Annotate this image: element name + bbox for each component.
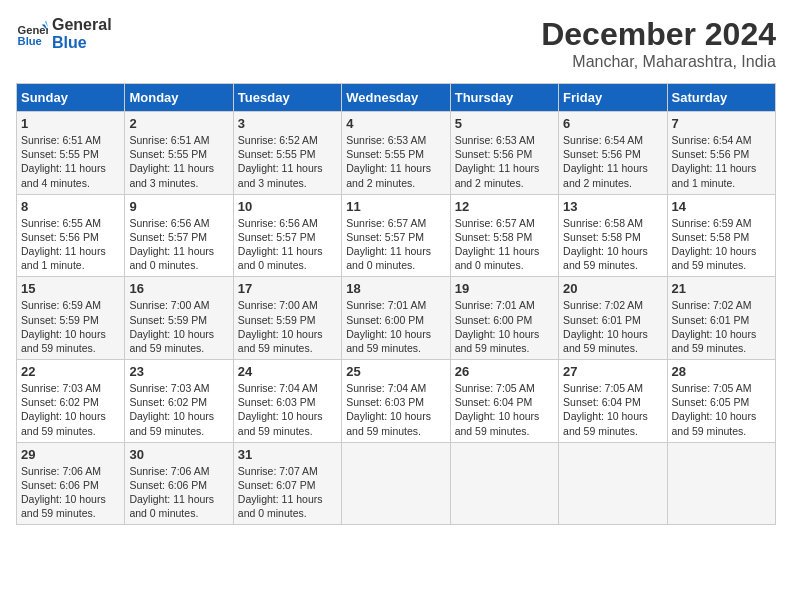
calendar-cell: 11Sunrise: 6:57 AMSunset: 5:57 PMDayligh… [342, 194, 450, 277]
day-info: Sunrise: 7:04 AMSunset: 6:03 PMDaylight:… [346, 381, 445, 438]
day-info: Sunrise: 6:54 AMSunset: 5:56 PMDaylight:… [563, 133, 662, 190]
week-row-4: 22Sunrise: 7:03 AMSunset: 6:02 PMDayligh… [17, 360, 776, 443]
day-info: Sunrise: 7:01 AMSunset: 6:00 PMDaylight:… [455, 298, 554, 355]
day-info: Sunrise: 7:03 AMSunset: 6:02 PMDaylight:… [129, 381, 228, 438]
day-info: Sunrise: 6:59 AMSunset: 5:58 PMDaylight:… [672, 216, 771, 273]
day-number: 29 [21, 447, 120, 462]
day-number: 4 [346, 116, 445, 131]
week-row-3: 15Sunrise: 6:59 AMSunset: 5:59 PMDayligh… [17, 277, 776, 360]
day-number: 24 [238, 364, 337, 379]
day-info: Sunrise: 7:01 AMSunset: 6:00 PMDaylight:… [346, 298, 445, 355]
day-number: 22 [21, 364, 120, 379]
calendar-cell: 19Sunrise: 7:01 AMSunset: 6:00 PMDayligh… [450, 277, 558, 360]
day-number: 9 [129, 199, 228, 214]
svg-text:Blue: Blue [18, 35, 42, 47]
day-number: 19 [455, 281, 554, 296]
calendar-cell: 21Sunrise: 7:02 AMSunset: 6:01 PMDayligh… [667, 277, 775, 360]
weekday-header-sunday: Sunday [17, 84, 125, 112]
calendar-cell: 30Sunrise: 7:06 AMSunset: 6:06 PMDayligh… [125, 442, 233, 525]
day-number: 25 [346, 364, 445, 379]
calendar-cell: 9Sunrise: 6:56 AMSunset: 5:57 PMDaylight… [125, 194, 233, 277]
calendar-cell: 23Sunrise: 7:03 AMSunset: 6:02 PMDayligh… [125, 360, 233, 443]
calendar-cell: 3Sunrise: 6:52 AMSunset: 5:55 PMDaylight… [233, 112, 341, 195]
day-info: Sunrise: 6:58 AMSunset: 5:58 PMDaylight:… [563, 216, 662, 273]
day-info: Sunrise: 6:51 AMSunset: 5:55 PMDaylight:… [129, 133, 228, 190]
day-info: Sunrise: 6:52 AMSunset: 5:55 PMDaylight:… [238, 133, 337, 190]
day-info: Sunrise: 7:05 AMSunset: 6:04 PMDaylight:… [563, 381, 662, 438]
calendar-cell: 24Sunrise: 7:04 AMSunset: 6:03 PMDayligh… [233, 360, 341, 443]
calendar-cell: 31Sunrise: 7:07 AMSunset: 6:07 PMDayligh… [233, 442, 341, 525]
day-number: 31 [238, 447, 337, 462]
weekday-header-monday: Monday [125, 84, 233, 112]
calendar-cell: 29Sunrise: 7:06 AMSunset: 6:06 PMDayligh… [17, 442, 125, 525]
day-number: 1 [21, 116, 120, 131]
calendar-table: SundayMondayTuesdayWednesdayThursdayFrid… [16, 83, 776, 525]
day-number: 7 [672, 116, 771, 131]
day-number: 6 [563, 116, 662, 131]
day-info: Sunrise: 7:06 AMSunset: 6:06 PMDaylight:… [21, 464, 120, 521]
calendar-cell: 27Sunrise: 7:05 AMSunset: 6:04 PMDayligh… [559, 360, 667, 443]
calendar-cell [450, 442, 558, 525]
day-info: Sunrise: 7:02 AMSunset: 6:01 PMDaylight:… [563, 298, 662, 355]
week-row-5: 29Sunrise: 7:06 AMSunset: 6:06 PMDayligh… [17, 442, 776, 525]
logo-blue-text: Blue [52, 34, 112, 52]
weekday-header-tuesday: Tuesday [233, 84, 341, 112]
day-info: Sunrise: 6:59 AMSunset: 5:59 PMDaylight:… [21, 298, 120, 355]
day-number: 16 [129, 281, 228, 296]
day-info: Sunrise: 6:55 AMSunset: 5:56 PMDaylight:… [21, 216, 120, 273]
calendar-cell: 5Sunrise: 6:53 AMSunset: 5:56 PMDaylight… [450, 112, 558, 195]
location: Manchar, Maharashtra, India [541, 53, 776, 71]
day-info: Sunrise: 6:57 AMSunset: 5:57 PMDaylight:… [346, 216, 445, 273]
day-number: 28 [672, 364, 771, 379]
day-info: Sunrise: 7:03 AMSunset: 6:02 PMDaylight:… [21, 381, 120, 438]
calendar-cell: 1Sunrise: 6:51 AMSunset: 5:55 PMDaylight… [17, 112, 125, 195]
day-number: 3 [238, 116, 337, 131]
title-block: December 2024 Manchar, Maharashtra, Indi… [541, 16, 776, 71]
day-number: 21 [672, 281, 771, 296]
day-number: 15 [21, 281, 120, 296]
day-info: Sunrise: 7:00 AMSunset: 5:59 PMDaylight:… [238, 298, 337, 355]
calendar-cell: 10Sunrise: 6:56 AMSunset: 5:57 PMDayligh… [233, 194, 341, 277]
calendar-cell: 12Sunrise: 6:57 AMSunset: 5:58 PMDayligh… [450, 194, 558, 277]
calendar-cell: 20Sunrise: 7:02 AMSunset: 6:01 PMDayligh… [559, 277, 667, 360]
weekday-header-thursday: Thursday [450, 84, 558, 112]
calendar-cell [342, 442, 450, 525]
weekday-header-friday: Friday [559, 84, 667, 112]
day-info: Sunrise: 6:53 AMSunset: 5:55 PMDaylight:… [346, 133, 445, 190]
calendar-cell: 13Sunrise: 6:58 AMSunset: 5:58 PMDayligh… [559, 194, 667, 277]
calendar-cell [559, 442, 667, 525]
day-number: 5 [455, 116, 554, 131]
day-number: 23 [129, 364, 228, 379]
day-info: Sunrise: 6:54 AMSunset: 5:56 PMDaylight:… [672, 133, 771, 190]
day-number: 2 [129, 116, 228, 131]
weekday-header-row: SundayMondayTuesdayWednesdayThursdayFrid… [17, 84, 776, 112]
day-number: 18 [346, 281, 445, 296]
day-number: 27 [563, 364, 662, 379]
calendar-cell: 16Sunrise: 7:00 AMSunset: 5:59 PMDayligh… [125, 277, 233, 360]
day-number: 14 [672, 199, 771, 214]
day-number: 13 [563, 199, 662, 214]
day-info: Sunrise: 7:06 AMSunset: 6:06 PMDaylight:… [129, 464, 228, 521]
logo-icon: General Blue [16, 18, 48, 50]
logo-general-text: General [52, 16, 112, 34]
day-number: 17 [238, 281, 337, 296]
day-info: Sunrise: 7:02 AMSunset: 6:01 PMDaylight:… [672, 298, 771, 355]
weekday-header-wednesday: Wednesday [342, 84, 450, 112]
calendar-cell: 4Sunrise: 6:53 AMSunset: 5:55 PMDaylight… [342, 112, 450, 195]
calendar-cell: 22Sunrise: 7:03 AMSunset: 6:02 PMDayligh… [17, 360, 125, 443]
logo: General Blue General Blue [16, 16, 112, 51]
day-info: Sunrise: 6:56 AMSunset: 5:57 PMDaylight:… [238, 216, 337, 273]
calendar-cell: 28Sunrise: 7:05 AMSunset: 6:05 PMDayligh… [667, 360, 775, 443]
day-number: 20 [563, 281, 662, 296]
calendar-cell [667, 442, 775, 525]
day-number: 26 [455, 364, 554, 379]
calendar-cell: 15Sunrise: 6:59 AMSunset: 5:59 PMDayligh… [17, 277, 125, 360]
calendar-cell: 14Sunrise: 6:59 AMSunset: 5:58 PMDayligh… [667, 194, 775, 277]
day-number: 11 [346, 199, 445, 214]
page-header: General Blue General Blue December 2024 … [16, 16, 776, 71]
calendar-cell: 8Sunrise: 6:55 AMSunset: 5:56 PMDaylight… [17, 194, 125, 277]
day-number: 8 [21, 199, 120, 214]
day-info: Sunrise: 6:51 AMSunset: 5:55 PMDaylight:… [21, 133, 120, 190]
calendar-cell: 26Sunrise: 7:05 AMSunset: 6:04 PMDayligh… [450, 360, 558, 443]
calendar-cell: 2Sunrise: 6:51 AMSunset: 5:55 PMDaylight… [125, 112, 233, 195]
